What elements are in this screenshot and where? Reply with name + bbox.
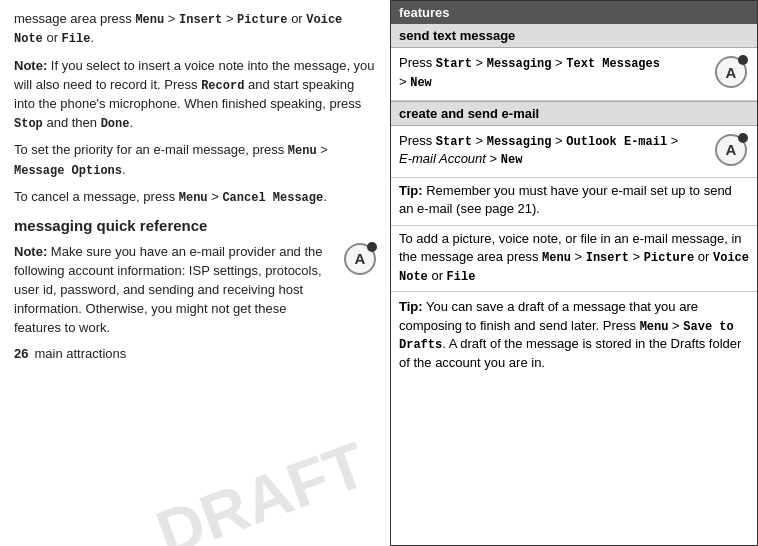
icon-circle-left bbox=[344, 243, 376, 275]
icon-area-right-2 bbox=[713, 132, 749, 166]
outlookemail-bold: Outlook E-mail bbox=[566, 135, 667, 149]
features-header: features bbox=[391, 1, 757, 24]
tip2-block: Tip: You can save a draft of a message t… bbox=[391, 292, 757, 380]
tip1-block: Tip: Remember you must have your e-mail … bbox=[391, 178, 757, 225]
picture-bold: Picture bbox=[237, 13, 287, 27]
start-bold-1: Start bbox=[436, 57, 472, 71]
done-bold: Done bbox=[101, 117, 130, 131]
left-column: message area press Menu > Insert > Pictu… bbox=[0, 0, 390, 546]
insert-bold-r1: Insert bbox=[586, 251, 629, 265]
icon-area-left bbox=[344, 243, 376, 275]
page-footer: 26 main attractions bbox=[14, 337, 376, 364]
dot-indicator-right-1 bbox=[738, 55, 748, 65]
insert-bold: Insert bbox=[179, 13, 222, 27]
email-account-italic: E-mail Account bbox=[399, 151, 486, 166]
cancel-message-bold: Cancel Message bbox=[222, 191, 323, 205]
send-text-text: Press Start > Messaging > Text Messages>… bbox=[399, 54, 705, 92]
file-bold-r1: File bbox=[447, 270, 476, 284]
tip2-label: Tip: bbox=[399, 299, 423, 314]
page-number: 26 bbox=[14, 345, 28, 364]
record-bold: Record bbox=[201, 79, 244, 93]
messaging-bold-2: Messaging bbox=[487, 135, 552, 149]
menu-bold-3: Menu bbox=[179, 191, 208, 205]
menu-bold-r1: Menu bbox=[542, 251, 571, 265]
menu-bold-r2: Menu bbox=[640, 320, 669, 334]
para-add-picture: To add a picture, voice note, or file in… bbox=[391, 226, 757, 293]
menu-bold: Menu bbox=[135, 13, 164, 27]
note-messaging-text: Note: Make sure you have an e-mail provi… bbox=[14, 243, 336, 337]
section-title-messaging: messaging quick reference bbox=[14, 215, 376, 237]
para-cancel-message: To cancel a message, press Menu > Cancel… bbox=[14, 188, 376, 207]
icon-circle-right-1 bbox=[715, 56, 747, 88]
file-bold: File bbox=[62, 32, 91, 46]
note-messaging-ref: Note: Make sure you have an e-mail provi… bbox=[14, 243, 376, 337]
note-label-1: Note: bbox=[14, 58, 47, 73]
para-message-options: To set the priority for an e-mail messag… bbox=[14, 141, 376, 180]
page-label: main attractions bbox=[34, 345, 126, 364]
dot-indicator-left bbox=[367, 242, 377, 252]
section-send-text-content: Press Start > Messaging > Text Messages>… bbox=[391, 48, 757, 101]
stop-bold: Stop bbox=[14, 117, 43, 131]
section-create-email-header: create and send e-mail bbox=[391, 101, 757, 126]
tip1-label: Tip: bbox=[399, 183, 423, 198]
section-create-email-content: Press Start > Messaging > Outlook E-mail… bbox=[391, 126, 757, 179]
message-options-bold: Message Options bbox=[14, 164, 122, 178]
right-column: features send text message Press Start >… bbox=[390, 0, 758, 546]
new-bold-1: New bbox=[410, 76, 432, 90]
note-voice-insert: Note: If you select to insert a voice no… bbox=[14, 57, 376, 133]
icon-area-right-1 bbox=[713, 54, 749, 88]
textmessages-bold: Text Messages bbox=[566, 57, 660, 71]
dot-indicator-right-2 bbox=[738, 133, 748, 143]
picture-bold-r1: Picture bbox=[644, 251, 694, 265]
draft-watermark: DRAFT bbox=[147, 427, 376, 546]
icon-circle-right-2 bbox=[715, 134, 747, 166]
messaging-bold-1: Messaging bbox=[487, 57, 552, 71]
new-bold-2: New bbox=[501, 153, 523, 167]
start-bold-2: Start bbox=[436, 135, 472, 149]
menu-bold-2: Menu bbox=[288, 144, 317, 158]
create-email-text: Press Start > Messaging > Outlook E-mail… bbox=[399, 132, 705, 170]
section-send-text-header: send text message bbox=[391, 24, 757, 48]
note-label-2: Note: bbox=[14, 244, 47, 259]
savetodrafts-bold: Save to Drafts bbox=[399, 320, 734, 353]
para-message-area: message area press Menu > Insert > Pictu… bbox=[14, 10, 376, 49]
